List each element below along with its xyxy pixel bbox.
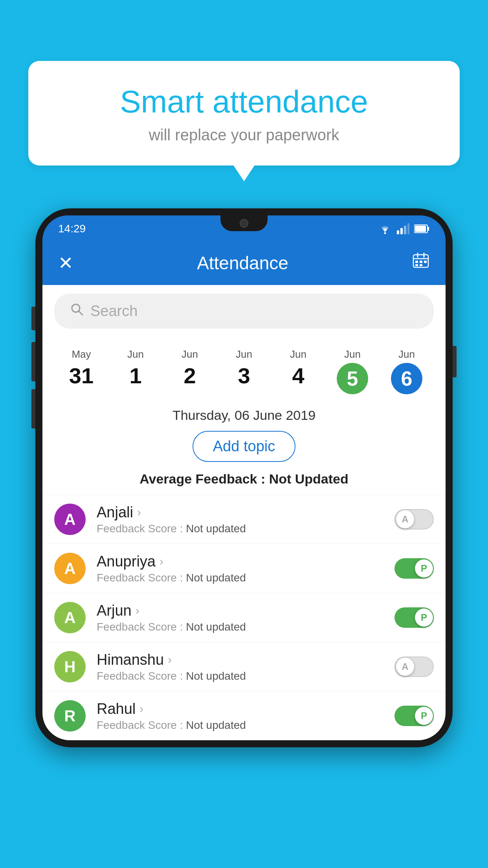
avg-feedback-value: Not Updated — [269, 471, 349, 486]
student-feedback: Feedback Score : Not updated — [97, 719, 394, 732]
student-feedback: Feedback Score : Not updated — [97, 522, 394, 535]
calendar-date[interactable]: Jun2 — [163, 345, 217, 392]
calendar-date[interactable]: Jun6 — [380, 345, 434, 397]
svg-rect-15 — [415, 264, 418, 266]
search-bar: Search — [42, 285, 446, 337]
status-icons — [378, 223, 430, 234]
add-topic-button[interactable]: Add topic — [193, 431, 295, 462]
student-feedback: Feedback Score : Not updated — [97, 572, 394, 584]
search-icon — [70, 302, 84, 320]
bubble-title: Smart attendance — [52, 85, 436, 119]
student-name: Anjali › — [97, 504, 394, 521]
student-feedback: Feedback Score : Not updated — [97, 621, 394, 633]
student-name: Anupriya › — [97, 553, 394, 570]
search-placeholder: Search — [90, 303, 138, 320]
student-item[interactable]: AAnupriya ›Feedback Score : Not updatedP — [42, 544, 446, 593]
status-time: 14:29 — [58, 223, 86, 235]
bubble-subtitle: will replace your paperwork — [52, 126, 436, 144]
app-bar: ✕ Attendance — [42, 241, 446, 285]
attendance-toggle[interactable]: AA — [394, 509, 434, 530]
calendar-date[interactable]: May31 — [54, 345, 108, 392]
svg-rect-4 — [407, 223, 409, 234]
student-name: Rahul › — [97, 701, 394, 717]
attendance-toggle[interactable]: P — [394, 706, 434, 726]
student-item[interactable]: RRahul ›Feedback Score : Not updatedP — [42, 691, 446, 740]
attendance-toggle[interactable]: P — [394, 607, 434, 628]
calendar-date[interactable]: Jun5 — [325, 345, 380, 397]
svg-rect-3 — [404, 226, 406, 234]
wifi-icon — [378, 223, 392, 234]
student-list: AAnjali ›Feedback Score : Not updatedAAA… — [42, 495, 446, 740]
svg-rect-14 — [424, 261, 427, 263]
screen-content: Search May31Jun1Jun2Jun3Jun4Jun5Jun6 Thu… — [42, 285, 446, 740]
avg-feedback: Average Feedback : Not Updated — [42, 471, 446, 495]
svg-line-18 — [79, 311, 83, 315]
app-bar-title: Attendance — [197, 252, 288, 274]
svg-rect-1 — [397, 230, 399, 234]
phone-notch — [220, 215, 268, 231]
side-button-right — [453, 346, 457, 377]
svg-point-0 — [384, 232, 386, 234]
signal-icon — [397, 223, 409, 234]
close-button[interactable]: ✕ — [58, 252, 73, 274]
attendance-toggle[interactable]: AA — [394, 657, 434, 677]
selected-date-label: Thursday, 06 June 2019 — [42, 401, 446, 431]
avatar: A — [54, 553, 86, 584]
student-item[interactable]: AAnjali ›Feedback Score : Not updatedAA — [42, 495, 446, 544]
svg-rect-13 — [420, 261, 422, 263]
svg-rect-12 — [415, 261, 418, 263]
speech-bubble: Smart attendance will replace your paper… — [28, 61, 460, 166]
calendar-date[interactable]: Jun4 — [271, 345, 325, 392]
student-item[interactable]: AArjun ›Feedback Score : Not updatedP — [42, 593, 446, 642]
svg-rect-6 — [427, 227, 429, 231]
student-name: Himanshu › — [97, 651, 394, 668]
student-feedback: Feedback Score : Not updated — [97, 670, 394, 682]
side-button-left-1 — [31, 307, 35, 330]
student-name: Arjun › — [97, 602, 394, 619]
calendar-date[interactable]: Jun1 — [108, 345, 163, 392]
phone-wrapper: 14:29 — [35, 208, 453, 868]
phone-frame: 14:29 — [35, 208, 453, 747]
avatar: A — [54, 602, 86, 633]
avg-feedback-label: Average Feedback : — [139, 471, 269, 486]
calendar-row: May31Jun1Jun2Jun3Jun4Jun5Jun6 — [42, 337, 446, 401]
avatar: H — [54, 651, 86, 682]
svg-rect-2 — [400, 228, 403, 234]
speech-bubble-container: Smart attendance will replace your paper… — [28, 61, 460, 166]
calendar-button[interactable] — [412, 252, 430, 274]
student-item[interactable]: HHimanshu ›Feedback Score : Not updatedA… — [42, 642, 446, 691]
svg-rect-16 — [420, 264, 422, 266]
svg-rect-7 — [415, 226, 426, 232]
front-camera — [240, 219, 248, 228]
search-input-wrapper[interactable]: Search — [54, 294, 434, 329]
avatar: R — [54, 700, 86, 732]
attendance-toggle[interactable]: P — [394, 558, 434, 579]
avatar: A — [54, 504, 86, 535]
battery-icon — [414, 224, 430, 234]
calendar-date[interactable]: Jun3 — [217, 345, 271, 392]
side-button-left-3 — [31, 389, 35, 428]
side-button-left-2 — [31, 342, 35, 381]
